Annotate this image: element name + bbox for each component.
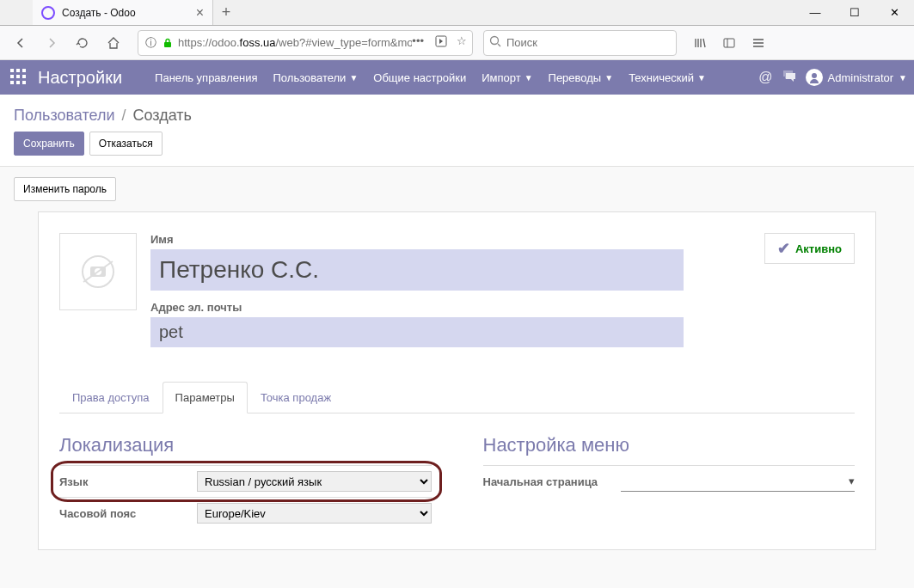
name-label: Имя <box>150 233 684 246</box>
language-label: Язык <box>59 475 197 488</box>
avatar <box>806 69 823 86</box>
user-name: Administrator <box>828 71 894 84</box>
svg-point-2 <box>491 37 499 45</box>
app-navbar: Настройки Панель управления Пользователи… <box>0 60 914 95</box>
svg-rect-7 <box>22 69 26 72</box>
hamburger-icon[interactable] <box>745 29 771 57</box>
app-brand[interactable]: Настройки <box>38 68 122 88</box>
breadcrumb-current: Создать <box>133 107 192 125</box>
menu-setup-title: Настройка меню <box>483 434 856 456</box>
svg-rect-0 <box>164 42 171 47</box>
close-tab-icon[interactable]: × <box>196 5 204 21</box>
svg-rect-11 <box>10 81 14 84</box>
svg-rect-9 <box>16 75 20 78</box>
form-sheet: Имя Адрес эл. почты ✔ Активно Права дост… <box>38 211 876 550</box>
active-label: Активно <box>795 242 842 255</box>
localization-title: Локализация <box>59 434 432 456</box>
mentions-icon[interactable]: @ <box>758 70 772 85</box>
form-tabs: Права доступа Параметры Точка продаж <box>59 382 855 413</box>
home-button[interactable] <box>100 29 127 57</box>
name-input[interactable] <box>150 249 684 291</box>
svg-rect-13 <box>22 81 26 84</box>
menu-technical[interactable]: Технический▼ <box>622 66 713 89</box>
browser-tab[interactable]: Создать - Odoo × <box>33 0 213 25</box>
svg-point-14 <box>812 73 817 78</box>
tab-parameters[interactable]: Параметры <box>163 382 248 413</box>
window-controls: — ☐ ✕ <box>795 0 914 25</box>
browser-navbar: ⓘ https://odoo.foss.ua/web?#view_type=fo… <box>0 26 914 60</box>
tab-access-rights[interactable]: Права доступа <box>59 382 163 413</box>
close-window-button[interactable]: ✕ <box>874 0 914 25</box>
svg-rect-12 <box>16 81 20 84</box>
new-tab-button[interactable]: + <box>213 0 239 25</box>
email-label: Адрес эл. почты <box>150 301 684 314</box>
minimize-button[interactable]: — <box>795 0 835 25</box>
breadcrumb: Пользователи / Создать <box>0 95 914 132</box>
home-action-label: Начальная страница <box>483 475 621 488</box>
tab-pos[interactable]: Точка продаж <box>248 382 344 413</box>
timezone-select[interactable]: Europe/Kiev <box>197 503 432 524</box>
menu-translations[interactable]: Переводы▼ <box>542 66 621 89</box>
url-more-icon[interactable]: ••• <box>412 34 424 51</box>
svg-line-18 <box>83 261 113 282</box>
save-button[interactable]: Сохранить <box>14 132 84 156</box>
chevron-down-icon: ▼ <box>524 73 533 83</box>
menu-general[interactable]: Общие настройки <box>366 66 473 89</box>
content-area: Пользователи / Создать Сохранить Отказат… <box>0 95 914 588</box>
home-action-select[interactable]: ▾ <box>621 471 856 492</box>
apps-icon[interactable] <box>10 69 28 86</box>
info-icon[interactable]: ⓘ <box>144 36 157 50</box>
lock-icon <box>161 36 175 50</box>
search-icon <box>489 35 501 50</box>
reader-icon[interactable] <box>434 34 448 51</box>
timezone-row: Часовой пояс Europe/Kiev <box>59 497 432 529</box>
library-icon[interactable] <box>687 29 713 57</box>
menu-import[interactable]: Импорт▼ <box>475 66 539 89</box>
back-button[interactable] <box>7 29 34 57</box>
maximize-button[interactable]: ☐ <box>835 0 874 25</box>
chevron-down-icon: ▾ <box>849 475 855 487</box>
search-bar[interactable] <box>483 30 677 56</box>
language-row: Язык Russian / русский язык <box>59 465 432 497</box>
chevron-down-icon: ▼ <box>697 73 706 83</box>
svg-rect-3 <box>724 39 734 47</box>
chevron-down-icon: ▼ <box>349 73 358 83</box>
address-bar[interactable]: ⓘ https://odoo.foss.ua/web?#view_type=fo… <box>138 30 473 56</box>
svg-rect-8 <box>10 75 14 78</box>
svg-rect-5 <box>10 69 14 72</box>
odoo-favicon <box>41 6 55 20</box>
breadcrumb-parent[interactable]: Пользователи <box>14 107 114 125</box>
menu-dashboard[interactable]: Панель управления <box>148 66 264 89</box>
bookmark-icon[interactable]: ☆ <box>457 34 467 51</box>
search-input[interactable] <box>506 36 671 49</box>
user-menu[interactable]: Administrator ▼ <box>806 69 907 86</box>
change-password-button[interactable]: Изменить пароль <box>14 177 116 201</box>
language-select[interactable]: Russian / русский язык <box>197 471 432 492</box>
chat-icon[interactable] <box>782 68 797 87</box>
active-toggle[interactable]: ✔ Активно <box>764 233 855 264</box>
svg-rect-10 <box>22 75 26 78</box>
forward-button[interactable] <box>38 29 65 57</box>
discard-button[interactable]: Отказаться <box>89 132 163 156</box>
chevron-down-icon: ▼ <box>899 73 907 83</box>
image-placeholder[interactable] <box>59 233 137 310</box>
timezone-label: Часовой пояс <box>59 507 197 520</box>
main-menu: Панель управления Пользователи▼ Общие на… <box>148 66 713 89</box>
menu-users[interactable]: Пользователи▼ <box>267 66 365 89</box>
check-icon: ✔ <box>777 239 790 258</box>
reload-button[interactable] <box>69 29 96 57</box>
home-action-row: Начальная страница ▾ <box>483 465 856 497</box>
form-actions: Сохранить Отказаться <box>0 132 914 167</box>
url-text: https://odoo.foss.ua/web?#view_type=form… <box>178 36 412 49</box>
email-input[interactable] <box>150 317 684 347</box>
breadcrumb-sep: / <box>121 107 126 125</box>
tab-title: Создать - Odoo <box>62 7 196 19</box>
sidebar-icon[interactable] <box>716 29 742 57</box>
chevron-down-icon: ▼ <box>604 73 613 83</box>
svg-rect-6 <box>16 69 20 72</box>
browser-titlebar: Создать - Odoo × + — ☐ ✕ <box>0 0 914 26</box>
